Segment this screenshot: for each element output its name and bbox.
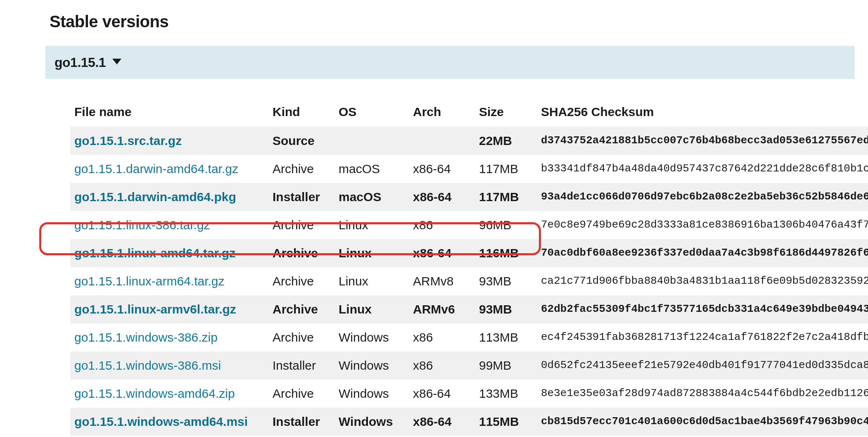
cell-kind: Archive: [268, 323, 334, 352]
table-row: go1.15.1.windows-amd64.msiInstallerWindo…: [70, 408, 868, 436]
cell-arch: x86: [409, 211, 475, 239]
table-row: go1.15.1.src.tar.gzSource22MBd3743752a42…: [70, 127, 868, 155]
download-link[interactable]: go1.15.1.darwin-amd64.pkg: [74, 190, 236, 204]
download-link[interactable]: go1.15.1.windows-amd64.zip: [74, 387, 235, 400]
cell-size: 133MB: [475, 380, 537, 408]
cell-size: 93MB: [475, 267, 537, 295]
version-dropdown[interactable]: go1.15.1: [45, 46, 855, 79]
download-link[interactable]: go1.15.1.linux-arm64.tar.gz: [74, 274, 225, 288]
cell-arch: ARMv8: [409, 267, 475, 295]
table-row: go1.15.1.windows-386.zipArchiveWindowsx8…: [70, 323, 868, 352]
cell-os: Windows: [334, 352, 409, 380]
download-link[interactable]: go1.15.1.linux-amd64.tar.gz: [74, 246, 235, 260]
col-header-size: Size: [475, 99, 537, 127]
cell-arch: x86: [409, 352, 475, 380]
col-header-sha: SHA256 Checksum: [537, 99, 868, 127]
col-header-kind: Kind: [268, 99, 334, 127]
cell-kind: Archive: [268, 295, 334, 323]
caret-down-icon: [112, 59, 121, 66]
table-row: go1.15.1.linux-amd64.tar.gzArchiveLinuxx…: [70, 239, 868, 267]
cell-arch: x86: [409, 323, 475, 352]
col-header-arch: Arch: [409, 99, 475, 127]
cell-kind: Archive: [268, 211, 334, 239]
cell-kind: Archive: [268, 380, 334, 408]
cell-os: macOS: [334, 183, 409, 211]
version-label: go1.15.1: [55, 55, 106, 70]
cell-os: Windows: [334, 323, 409, 352]
cell-sha: 62db2fac55309f4bc1f73577165dcb331a4c649e…: [537, 295, 868, 323]
cell-os: Linux: [334, 295, 409, 323]
download-link[interactable]: go1.15.1.windows-386.zip: [74, 330, 218, 344]
col-header-file: File name: [70, 99, 268, 127]
cell-kind: Archive: [268, 267, 334, 295]
download-link[interactable]: go1.15.1.windows-amd64.msi: [74, 415, 248, 428]
cell-arch: x86-64: [409, 408, 475, 436]
cell-sha: 7e0c8e9749be69c28d3333a81ce8386916ba1306…: [537, 211, 868, 239]
cell-sha: cb815d57ecc701c401a600c6d0d5ac1bae4b3569…: [537, 408, 868, 436]
cell-sha: 70ac0dbf60a8ee9236f337ed0daa7a4c3b98f618…: [537, 239, 868, 267]
table-header-row: File name Kind OS Arch Size SHA256 Check…: [70, 99, 868, 127]
cell-kind: Installer: [268, 183, 334, 211]
cell-kind: Archive: [268, 155, 334, 183]
cell-sha: 0d652fc24135eeef21e5792e40db401f91777041…: [537, 352, 868, 380]
cell-sha: d3743752a421881b5cc007c76b4b68becc3ad053…: [537, 127, 868, 155]
table-row: go1.15.1.windows-amd64.zipArchiveWindows…: [70, 380, 868, 408]
cell-size: 96MB: [475, 211, 537, 239]
cell-size: 113MB: [475, 323, 537, 352]
cell-size: 99MB: [475, 352, 537, 380]
cell-os: [334, 127, 409, 155]
cell-sha: 8e3e1e35e03af28d974ad872883884a4c544f6bd…: [537, 380, 868, 408]
cell-kind: Source: [268, 127, 334, 155]
download-link[interactable]: go1.15.1.darwin-amd64.tar.gz: [74, 162, 238, 176]
cell-arch: [409, 127, 475, 155]
table-row: go1.15.1.linux-386.tar.gzArchiveLinuxx86…: [70, 211, 868, 239]
cell-sha: b33341df847b4a48da40d957437c87642d221dde…: [537, 155, 868, 183]
download-link[interactable]: go1.15.1.linux-armv6l.tar.gz: [74, 302, 236, 316]
cell-os: macOS: [334, 155, 409, 183]
section-title: Stable versions: [50, 12, 868, 31]
table-row: go1.15.1.linux-armv6l.tar.gzArchiveLinux…: [70, 295, 868, 323]
cell-kind: Installer: [268, 352, 334, 380]
downloads-table: File name Kind OS Arch Size SHA256 Check…: [70, 99, 868, 436]
svg-marker-0: [112, 59, 121, 64]
cell-size: 22MB: [475, 127, 537, 155]
download-link[interactable]: go1.15.1.linux-386.tar.gz: [74, 218, 210, 232]
cell-os: Linux: [334, 239, 409, 267]
cell-kind: Archive: [268, 239, 334, 267]
cell-kind: Installer: [268, 408, 334, 436]
table-row: go1.15.1.darwin-amd64.tar.gzArchivemacOS…: [70, 155, 868, 183]
table-row: go1.15.1.linux-arm64.tar.gzArchiveLinuxA…: [70, 267, 868, 295]
cell-size: 115MB: [475, 408, 537, 436]
cell-size: 93MB: [475, 295, 537, 323]
cell-sha: ec4f245391fab368281713f1224ca1af761822f2…: [537, 323, 868, 352]
cell-arch: x86-64: [409, 380, 475, 408]
col-header-os: OS: [334, 99, 409, 127]
cell-arch: x86-64: [409, 155, 475, 183]
cell-sha: ca21c771d906fbba8840b3a4831b1aa118f6e09b…: [537, 267, 868, 295]
cell-sha: 93a4de1cc066d0706d97ebc6b2a08c2e2ba5eb36…: [537, 183, 868, 211]
cell-arch: x86-64: [409, 183, 475, 211]
cell-arch: ARMv6: [409, 295, 475, 323]
cell-size: 116MB: [475, 239, 537, 267]
download-link[interactable]: go1.15.1.windows-386.msi: [74, 359, 221, 372]
cell-arch: x86-64: [409, 239, 475, 267]
cell-size: 117MB: [475, 155, 537, 183]
cell-os: Windows: [334, 380, 409, 408]
table-row: go1.15.1.darwin-amd64.pkgInstallermacOSx…: [70, 183, 868, 211]
download-link[interactable]: go1.15.1.src.tar.gz: [74, 134, 182, 147]
downloads-table-wrap: File name Kind OS Arch Size SHA256 Check…: [70, 99, 868, 437]
table-row: go1.15.1.windows-386.msiInstallerWindows…: [70, 352, 868, 380]
page-root: Stable versions go1.15.1 File name Kind …: [0, 0, 868, 437]
cell-os: Windows: [334, 408, 409, 436]
cell-size: 117MB: [475, 183, 537, 211]
cell-os: Linux: [334, 211, 409, 239]
cell-os: Linux: [334, 267, 409, 295]
